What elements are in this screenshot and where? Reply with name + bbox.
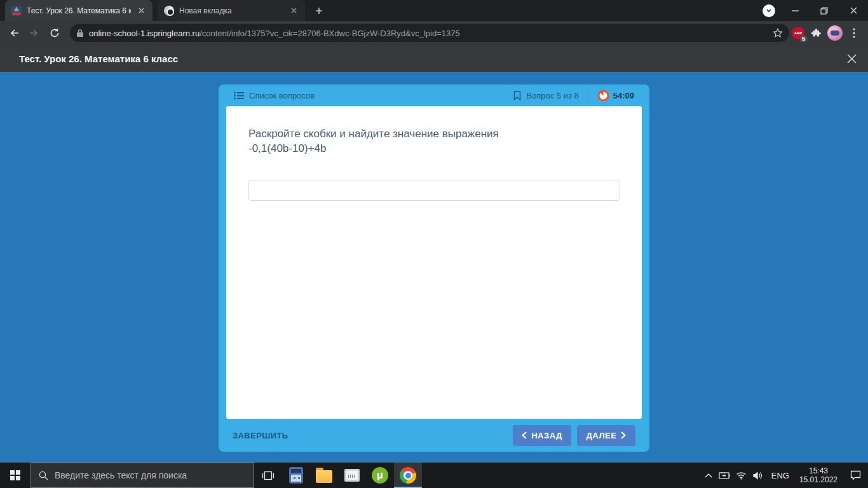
question-line-2: -0,1(40b-10)+4b	[248, 141, 620, 156]
school-favicon-icon	[11, 6, 22, 16]
system-tray: ENG 15:43 15.01.2022	[700, 463, 868, 488]
lesson-header: Тест. Урок 26. Математика 6 класс	[0, 45, 868, 72]
question-list-icon	[234, 92, 244, 100]
chrome-taskbar-icon[interactable]	[394, 463, 422, 488]
volume-icon[interactable]	[750, 463, 766, 488]
reload-icon[interactable]	[46, 24, 64, 42]
tab-strip: Тест. Урок 26. Математика 6 кла Новая вк…	[0, 0, 868, 21]
action-center-icon[interactable]	[843, 463, 868, 488]
tab-title: Новая вкладка	[179, 6, 283, 15]
monitor-icon	[344, 469, 360, 482]
utorrent-icon: µ	[372, 467, 388, 484]
timer: 54:09	[597, 90, 634, 102]
back-button-label: НАЗАД	[531, 431, 562, 440]
folder-icon	[316, 470, 332, 483]
back-icon[interactable]	[5, 24, 23, 42]
tray-date: 15.01.2022	[799, 475, 837, 484]
browser-window: Тест. Урок 26. Математика 6 кла Новая вк…	[0, 0, 868, 488]
quiz-page-background: Список вопросов Вопрос 5 из 8 54:09	[0, 72, 868, 463]
bookmark-star-icon[interactable]	[773, 28, 783, 38]
close-lesson-icon[interactable]	[847, 54, 857, 64]
finish-button[interactable]: ЗАВЕРШИТЬ	[233, 431, 513, 440]
question-progress: Вопрос 5 из 8	[526, 91, 578, 100]
quiz-card: Список вопросов Вопрос 5 из 8 54:09	[219, 85, 649, 452]
question-list-label: Список вопросов	[249, 91, 315, 100]
lock-icon	[76, 29, 84, 37]
minimize-button[interactable]	[780, 0, 810, 21]
chrome-icon	[400, 467, 416, 484]
file-explorer-taskbar-icon[interactable]	[310, 463, 338, 488]
tab-close-icon[interactable]	[136, 6, 146, 16]
bookmark-icon[interactable]	[513, 91, 521, 100]
windows-logo-icon	[10, 470, 20, 480]
quiz-card-header: Список вопросов Вопрос 5 из 8 54:09	[226, 85, 642, 106]
browser-toolbar: online-school-1.ispringlearn.ru/content/…	[0, 21, 868, 45]
timer-value: 54:09	[613, 91, 634, 100]
address-bar[interactable]: online-school-1.ispringlearn.ru/content/…	[70, 24, 789, 42]
calculator-icon	[289, 467, 303, 484]
extensions-puzzle-icon[interactable]	[807, 24, 825, 42]
next-button[interactable]: ДАЛЕЕ	[577, 425, 635, 446]
divider	[588, 90, 588, 100]
tab-quiz[interactable]: Тест. Урок 26. Математика 6 кла	[5, 0, 153, 21]
tab-search-button[interactable]	[763, 4, 775, 17]
restore-button[interactable]	[810, 0, 839, 21]
next-button-label: ДАЛЕЕ	[587, 431, 617, 440]
language-indicator[interactable]: ENG	[766, 471, 794, 480]
tray-chevron-up-icon[interactable]	[700, 463, 717, 488]
tab-newtab[interactable]: Новая вкладка	[158, 0, 305, 21]
close-window-button[interactable]	[839, 0, 868, 21]
quiz-footer: ЗАВЕРШИТЬ НАЗАД ДАЛЕЕ	[226, 419, 642, 452]
calculator-taskbar-icon[interactable]	[282, 463, 310, 488]
tab-title: Тест. Урок 26. Математика 6 кла	[27, 6, 131, 15]
question-panel: Раскройте скобки и найдите значение выра…	[226, 106, 642, 419]
windows-taskbar: µ ENG 15:43 15.01.2022	[0, 463, 868, 488]
chevron-right-icon	[621, 431, 626, 439]
chevron-left-icon	[522, 431, 527, 439]
tray-time: 15:43	[799, 466, 837, 475]
adblock-extension-icon[interactable]: ABP 5	[792, 27, 804, 39]
start-button[interactable]	[0, 463, 31, 488]
url-domain: online-school-1.ispringlearn.ru	[89, 29, 200, 38]
search-input[interactable]	[55, 470, 233, 480]
question-list-toggle[interactable]: Список вопросов	[234, 91, 513, 100]
tab-close-icon[interactable]	[288, 6, 299, 16]
lesson-title: Тест. Урок 26. Математика 6 класс	[19, 53, 847, 64]
question-line-1: Раскройте скобки и найдите значение выра…	[248, 126, 620, 141]
question-text: Раскройте скобки и найдите значение выра…	[248, 126, 620, 156]
window-controls	[763, 0, 868, 21]
search-icon	[39, 471, 48, 480]
abp-label: ABP	[794, 31, 803, 35]
profile-avatar[interactable]	[827, 25, 843, 41]
url-text: online-school-1.ispringlearn.ru/content/…	[89, 29, 768, 38]
forward-icon[interactable]	[25, 24, 43, 42]
chrome-menu-icon[interactable]	[845, 24, 863, 42]
battery-icon[interactable]	[717, 463, 733, 488]
utorrent-taskbar-icon[interactable]: µ	[366, 463, 394, 488]
answer-input[interactable]	[248, 180, 620, 201]
clock[interactable]: 15:43 15.01.2022	[794, 466, 843, 484]
url-path: /content/info/1375?vc_cik=28706-BXdwc-BG…	[200, 29, 460, 38]
quiz-status: Вопрос 5 из 8 54:09	[513, 90, 634, 102]
chrome-dark-favicon-icon	[164, 6, 174, 16]
back-button[interactable]: НАЗАД	[513, 425, 571, 446]
abp-badge: 5	[800, 36, 807, 42]
wifi-icon[interactable]	[733, 463, 750, 488]
timer-clock-icon	[597, 90, 609, 102]
system-monitor-taskbar-icon[interactable]	[338, 463, 366, 488]
taskbar-search[interactable]	[31, 463, 254, 488]
new-tab-button[interactable]	[310, 2, 328, 20]
task-view-button[interactable]	[254, 463, 282, 488]
